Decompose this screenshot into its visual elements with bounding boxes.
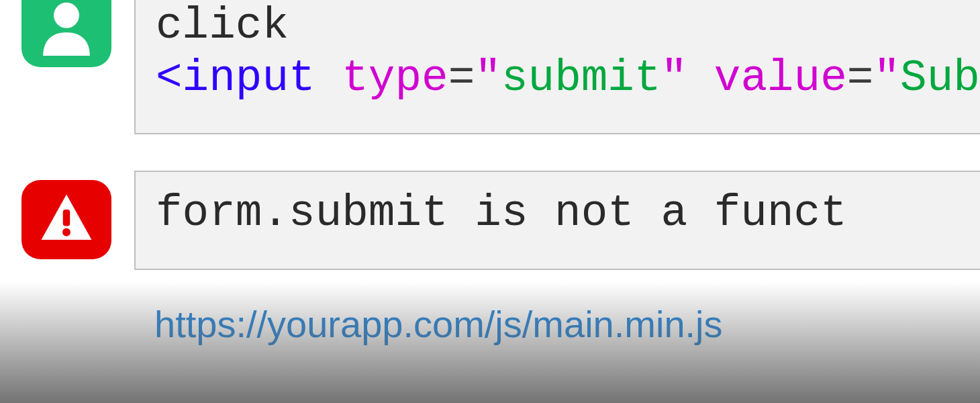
code-val-type: submit xyxy=(501,53,661,103)
svg-point-0 xyxy=(54,3,79,28)
user-icon xyxy=(21,0,111,67)
action-html-line: <input type="submit" value="Sub xyxy=(156,52,960,105)
error-message-block: form.submit is not a funct xyxy=(134,171,980,270)
action-word: click xyxy=(156,0,960,52)
code-eq2: = xyxy=(847,53,874,103)
code-q1b: " xyxy=(661,53,688,103)
code-space xyxy=(315,53,342,103)
code-token-tag: input xyxy=(183,53,315,103)
action-code-block: click <input type="submit" value="Sub xyxy=(134,0,980,134)
code-attr-value: value xyxy=(714,53,847,103)
source-url-link[interactable]: https://yourapp.com/js/main.min.js xyxy=(154,302,723,346)
svg-point-2 xyxy=(62,228,70,236)
warning-icon xyxy=(21,180,111,259)
code-eq1: = xyxy=(448,53,475,103)
error-message-text: form.submit is not a funct xyxy=(156,187,847,240)
svg-rect-1 xyxy=(63,210,70,226)
code-val-value: Sub xyxy=(900,53,980,103)
code-q1a: " xyxy=(475,53,501,103)
code-q2a: " xyxy=(873,53,900,103)
code-space2 xyxy=(687,53,714,103)
code-attr-type: type xyxy=(342,53,448,103)
code-token-open: < xyxy=(156,53,183,103)
